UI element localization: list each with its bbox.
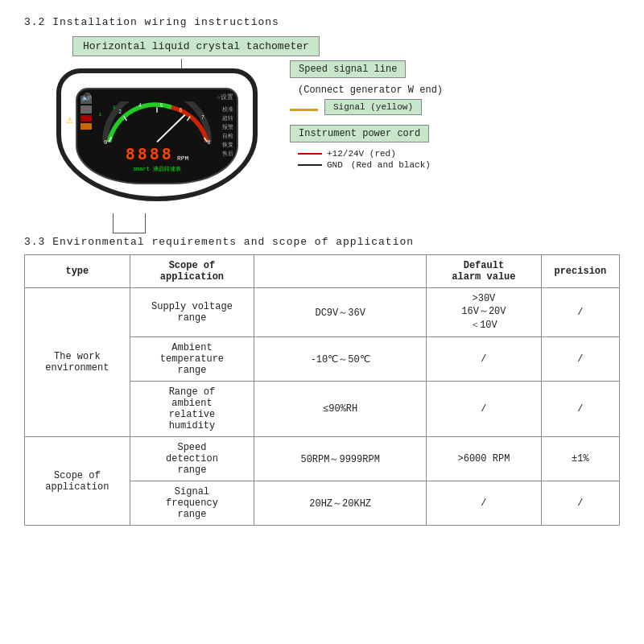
scope-temp: -10℃～50℃	[254, 337, 427, 382]
scope-humidity: ≤90%RH	[254, 382, 427, 437]
ri6: 售后	[222, 150, 233, 158]
tachometer-screen: 0 2 4 5 6 7 8 1 3	[76, 88, 238, 184]
subtype-freq: Signalfrequencyrange	[130, 481, 254, 526]
ri5: 恢复	[222, 141, 233, 149]
section-33-title: 3.3 Environmental requirements and scope…	[24, 236, 620, 248]
precision-freq: /	[541, 481, 619, 526]
page: 3.2 Installation wiring instructions Hor…	[0, 0, 644, 644]
gauge-svg: 0 2 4 5 6 7 8 1 3	[93, 101, 221, 146]
red-wire-icon	[298, 153, 322, 155]
group-scope: Scope ofapplication	[25, 437, 130, 526]
precision-speed: ±1%	[541, 437, 619, 481]
icon2	[80, 105, 92, 114]
svg-text:4: 4	[138, 103, 142, 109]
alarm-temp: /	[427, 337, 542, 382]
scope-speed: 50RPM～9999RPM	[254, 437, 427, 481]
connect-gen-label: (Connect generator W end)	[298, 85, 620, 96]
speed-signal-label: Speed signal line	[290, 60, 406, 78]
header-precision: precision	[541, 255, 619, 288]
svg-text:3: 3	[113, 105, 115, 110]
scope-freq: 20HZ～20KHZ	[254, 481, 427, 526]
header-scope	[254, 255, 427, 288]
right-icons: 校准 超转 报警 自检 恢复 售后	[222, 105, 233, 158]
settings-label: ☆设置	[217, 93, 233, 101]
ri1: 校准	[222, 105, 233, 114]
subtype-temp: Ambienttemperaturerange	[130, 337, 254, 382]
power-black-label: (Red and black)	[351, 160, 431, 170]
warning-icon: ⚠	[66, 113, 72, 126]
diagram-area: Horizontal liquid crystal tachometer	[24, 36, 620, 221]
wire-v1	[113, 213, 114, 233]
svg-text:7: 7	[201, 115, 204, 121]
alarm-speed: >6000 RPM	[427, 437, 542, 481]
svg-text:8: 8	[207, 139, 210, 146]
signal-yellow-label: Signal (yellow)	[324, 99, 422, 115]
ri4: 自检	[222, 132, 233, 140]
svg-text:5: 5	[160, 103, 163, 109]
svg-line-5	[157, 115, 185, 142]
subtype-speed: Speeddetectionrange	[130, 437, 254, 481]
requirements-table: type Scope of application Defaultalarm v…	[24, 254, 620, 526]
signal-yellow-row: Signal (yellow)	[290, 99, 620, 120]
table-row: Scope ofapplication Speeddetectionrange …	[25, 437, 620, 481]
scope-voltage: DC9V～36V	[254, 288, 427, 337]
section-32-title: 3.2 Installation wiring instructions	[24, 16, 620, 28]
svg-text:0: 0	[104, 139, 107, 146]
svg-text:2: 2	[118, 109, 122, 115]
subtype-voltage: Supply voltagerange	[130, 288, 254, 337]
gnd-label: GND	[327, 160, 343, 170]
precision-humidity: /	[541, 382, 619, 437]
subtype-humidity: Range ofambientrelativehumidity	[130, 382, 254, 437]
precision-temp: /	[541, 337, 619, 382]
alarm-freq: /	[427, 481, 542, 526]
wire-h1	[113, 233, 145, 233]
ri2: 超转	[222, 114, 233, 122]
right-labels: Speed signal line (Connect generator W e…	[290, 60, 620, 171]
table-header-row: type Scope of application Defaultalarm v…	[25, 255, 620, 288]
ri3: 报警	[222, 123, 233, 131]
precision-voltage: /	[541, 288, 619, 337]
speaker-icon: 🔊	[81, 93, 91, 102]
tachometer-outer: 0 2 4 5 6 7 8 1 3	[56, 68, 258, 201]
rpm-unit: RPM	[177, 155, 188, 162]
yellow-wire-icon	[290, 109, 318, 111]
gauge-arc: 0 2 4 5 6 7 8 1 3	[77, 100, 237, 148]
smart-label: smart 液晶转速表	[133, 165, 181, 173]
section-33: 3.3 Environmental requirements and scope…	[24, 236, 620, 526]
power-cord-label: Instrument power cord	[290, 125, 429, 142]
section-32: 3.2 Installation wiring instructions Hor…	[24, 16, 620, 221]
icon4	[80, 123, 92, 130]
tachometer-device: 0 2 4 5 6 7 8 1 3	[48, 60, 274, 213]
icon3	[80, 115, 92, 122]
table-row: The workenvironment Supply voltagerange …	[25, 288, 620, 337]
tachometer-label: Horizontal liquid crystal tachometer	[72, 36, 320, 56]
black-wire-icon	[298, 164, 322, 166]
header-alarm: Defaultalarm value	[427, 255, 542, 288]
svg-text:6: 6	[180, 108, 183, 114]
black-wire-row: GND (Red and black)	[298, 160, 620, 170]
alarm-humidity: /	[427, 382, 542, 437]
power-red-label: +12/24V (red)	[327, 149, 396, 159]
wire-v2	[145, 213, 146, 233]
header-subtype: Scope of application	[130, 255, 254, 288]
group-work-env: The workenvironment	[25, 288, 130, 437]
red-wire-row: +12/24V (red)	[298, 149, 620, 159]
alarm-voltage: >30V16V～20V＜10V	[427, 288, 542, 337]
svg-text:1: 1	[99, 112, 102, 118]
header-type: type	[25, 255, 130, 288]
